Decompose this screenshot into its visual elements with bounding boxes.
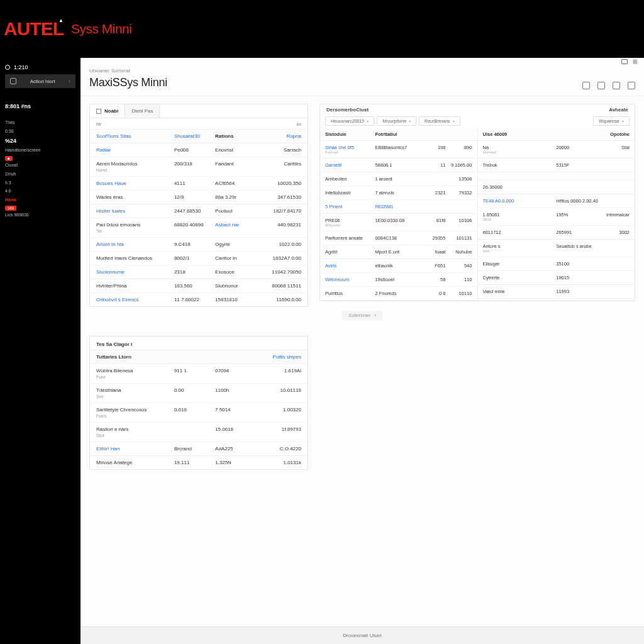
panel2-title-right: Avheate	[609, 107, 628, 113]
sidebar-item[interactable]: Lics 989830	[5, 211, 75, 219]
row-label: Purrittos	[325, 291, 375, 296]
row-val-d: 11690.0.00	[260, 297, 301, 303]
status-dot-icon	[5, 65, 10, 70]
cloud-icon[interactable]	[613, 82, 620, 89]
camera-icon[interactable]	[582, 82, 590, 89]
row-d: 1.619Al	[260, 368, 301, 374]
table-row: Webireoum19s8ooel58110	[320, 273, 477, 287]
table-row: Parfiorrere ansate0084C13829355101131	[320, 231, 477, 245]
grid-icon[interactable]: ⊞	[633, 58, 638, 65]
row-c: 7 5014	[215, 407, 260, 413]
row-b: 58808.1	[375, 162, 419, 168]
filter-label: Wspannse	[599, 119, 619, 123]
panel1-tab-0[interactable]: Noabi	[90, 104, 125, 118]
table-row: NaHormod20000Stal	[478, 141, 635, 158]
panel3-col-3[interactable]: Puttls shipes	[260, 354, 301, 360]
row-b: Brcrand	[174, 446, 215, 452]
sidebar-item[interactable]: Hano	[5, 196, 75, 204]
row-label: #011712	[483, 230, 557, 235]
sidebar-item[interactable]: 2/nuh	[5, 170, 75, 179]
filter-chip[interactable]: ReurBinnans▾	[419, 116, 460, 126]
row-b: EB8Biasontcs7	[375, 145, 419, 154]
row-sublabel: Sire	[96, 394, 174, 399]
sidebar-badge: 189	[5, 206, 16, 211]
row-label: Antore s	[483, 243, 557, 249]
row-b: 2 Fnoreds	[375, 291, 419, 296]
row-label: Tdesthiana	[96, 387, 174, 393]
row-val-b: 8002/1	[174, 255, 215, 261]
table-row: 26.36000	[478, 180, 635, 194]
window-icon[interactable]	[621, 59, 628, 64]
panel1-tab-1[interactable]: Diehl Pas	[125, 104, 160, 118]
sidebar-list: Thes0:30%24Halndtione/screen■Clonet2/nuh…	[5, 118, 75, 219]
row-sublabel: Honet	[96, 168, 174, 172]
row-label[interactable]: Sinae che 0f5	[325, 145, 375, 150]
table-row: Modted Inans Cienandos8002/1Caritior in1…	[90, 252, 308, 265]
filter-chip[interactable]: Heoosnarc20015▾	[325, 116, 374, 126]
sidebar-item[interactable]: Halndtione/screen	[5, 146, 75, 155]
row-label: Pad 0dosi emocans	[96, 222, 174, 228]
row-c: 11	[419, 162, 445, 168]
filter-label: Mroorpttone	[382, 119, 406, 123]
screen-icon[interactable]	[597, 82, 605, 89]
row-label[interactable]: Artorn tn hta	[96, 242, 174, 247]
row-sublabel: Foerl	[96, 375, 174, 379]
panel1-col-0[interactable]: SoofTions Sitas	[96, 133, 174, 139]
row-label[interactable]: Onbobvd s Eirencs	[96, 297, 174, 303]
row-label[interactable]: Histier luates	[96, 208, 174, 214]
row-label[interactable]: Etihir! Han	[96, 446, 174, 452]
p2l-head-1: Fotrttatiul	[375, 131, 419, 137]
row-c: 198	[419, 145, 445, 154]
table-row: Purrittos2 Fnoreds0 810110	[320, 287, 477, 301]
p2r-head-0: Ulse 46009	[483, 131, 557, 137]
row-label: PRE06	[325, 218, 375, 223]
panel1-tabs: Noabi Diehl Pas	[90, 104, 308, 118]
row-label[interactable]: Webireoum	[325, 277, 375, 282]
sidebar-item[interactable]: 6 3	[5, 179, 75, 187]
row-b: RE05M1	[375, 204, 419, 209]
table-row: Gametil58808.1119.1065.00	[320, 158, 477, 172]
row-label[interactable]: Bosoes Haue	[96, 180, 174, 186]
row-val-c: Exosoce	[215, 269, 260, 275]
filter-chip[interactable]: Mroorpttone▾	[377, 116, 416, 126]
row-label[interactable]: 5 Pinent	[325, 204, 375, 209]
main: ⊞ Ubioaner Surbvrat MaxiSSys Minni	[80, 58, 644, 644]
row-val-d: 1832A7.0.00	[260, 255, 301, 261]
table-row: Hvtnter/Phina183.560Siobnonor80068 11511	[90, 279, 308, 293]
sidebar-item[interactable]: Thes	[5, 118, 75, 127]
row-label: Rasilori e nars	[96, 426, 174, 432]
panel1-sub-right: ex	[297, 122, 301, 126]
chevron-down-icon: ▾	[622, 119, 624, 123]
panel1-col-3[interactable]: Ropna	[260, 133, 301, 139]
table-row: #0117122659913002	[478, 226, 635, 240]
sidebar-item[interactable]: 0:30	[5, 127, 75, 136]
pager[interactable]: Soterbner ›	[342, 311, 382, 320]
row-label[interactable]: Ratiiar	[96, 147, 174, 153]
filter-label: Heoosnarc20015	[331, 119, 364, 123]
row-label[interactable]: Siudennume	[96, 269, 174, 275]
filter-chip[interactable]: Wspannse▾	[593, 116, 630, 126]
row-c: AdA225	[215, 446, 260, 452]
add-icon[interactable]	[628, 82, 635, 89]
row-c	[600, 162, 630, 168]
panel2-filters: Heoosnarc20015▾Mroorpttone▾ReurBinnans▾W…	[320, 115, 635, 128]
row-label[interactable]: Gametil	[325, 162, 375, 168]
sidebar-item[interactable]: 4.6	[5, 187, 75, 196]
sidebar-action-button[interactable]: Action hlort ›	[5, 74, 75, 88]
table-row: Pad 0dosi emocansTet68820 40898Asbact na…	[90, 218, 308, 238]
row-d: 1.00320	[260, 407, 301, 413]
row-c	[600, 184, 630, 190]
row-b: 20000	[556, 145, 600, 154]
sidebar-item[interactable]: %24	[5, 136, 75, 147]
row-b: 0084C138	[375, 235, 419, 241]
row-label[interactable]: Avirls	[325, 263, 375, 269]
row-b: 195%	[556, 212, 600, 221]
row-d: 79332	[445, 190, 472, 196]
sidebar-action-label: Action hlort	[30, 79, 55, 84]
sidebar-item[interactable]: Clonet	[5, 161, 75, 170]
row-label: Inteltobzash	[325, 190, 375, 196]
panel1-col-1[interactable]: Shosarat30	[174, 133, 215, 139]
row-c: 15.0618	[215, 426, 260, 432]
panel-diagnostics: DersomerboCiust Avheate Heoosnarc20015▾M…	[319, 104, 635, 301]
row-val-d: Carittirs	[260, 161, 301, 167]
